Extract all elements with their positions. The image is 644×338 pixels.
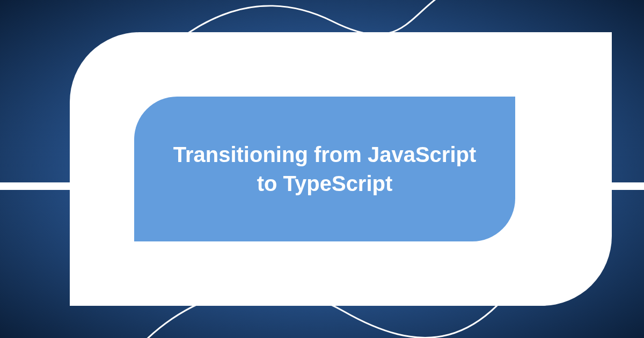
- title-card: Transitioning from JavaScript to TypeScr…: [134, 97, 515, 241]
- page-title: Transitioning from JavaScript to TypeScr…: [166, 140, 483, 198]
